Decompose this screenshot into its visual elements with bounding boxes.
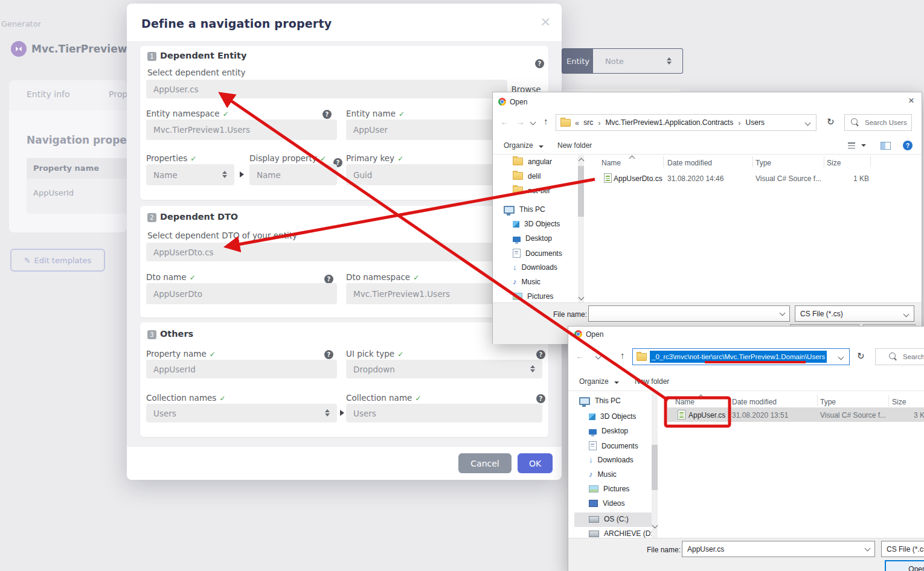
dependent-dto-file-field[interactable]: AppUserDto.cs: [146, 243, 507, 261]
sidebar-item-this-pc[interactable]: This PC: [595, 397, 621, 405]
dependent-entity-file-field[interactable]: AppUser.cs: [146, 80, 507, 98]
collection-name-field[interactable]: Users: [346, 404, 542, 423]
ui-pick-type-select[interactable]: Dropdown: [346, 360, 542, 378]
address-dropdown-icon[interactable]: [805, 120, 811, 126]
properties-select[interactable]: Name: [146, 164, 234, 185]
help-icon[interactable]: ?: [903, 141, 913, 150]
sidebar-item-documents[interactable]: Documents: [602, 442, 638, 450]
up-icon[interactable]: ↑: [544, 116, 548, 126]
sidebar-item-documents[interactable]: Documents: [525, 249, 562, 258]
entity-switch-label[interactable]: Entity: [562, 48, 594, 74]
column-divider: [888, 395, 889, 406]
file-row[interactable]: AppUserDto.cs 31.08.2020 14:46 Visual C#…: [589, 172, 919, 185]
desktop-icon: [589, 429, 597, 435]
property-name-field[interactable]: AppUserId: [146, 360, 337, 378]
tab-entity-info[interactable]: Entity info: [27, 89, 70, 99]
dropdown-icon: [539, 145, 544, 148]
new-folder-button[interactable]: New folder: [635, 377, 669, 386]
file-type-select[interactable]: CS File (*.cs): [795, 305, 914, 322]
sidebar-item-delil[interactable]: delil: [528, 172, 541, 180]
column-type[interactable]: Type: [820, 398, 836, 406]
search-box[interactable]: Search: [875, 348, 924, 365]
valid-check-icon: ✓: [219, 394, 225, 403]
section-dependent-dto: 2 Dependent DTO Select dependent DTO of …: [140, 206, 548, 317]
dto-name-field[interactable]: AppUserDto: [146, 283, 337, 304]
column-size[interactable]: Size: [827, 159, 841, 167]
breadcrumb-project[interactable]: Mvc.TierPreview1.Application.Contracts: [606, 118, 734, 127]
modal-close-icon[interactable]: ×: [540, 15, 551, 28]
sidebar-item-music[interactable]: Music: [522, 278, 541, 286]
back-icon[interactable]: ←: [576, 351, 585, 361]
view-dropdown-icon[interactable]: [861, 144, 866, 147]
forward-icon[interactable]: →: [516, 116, 525, 127]
close-icon[interactable]: ×: [908, 95, 914, 107]
address-dropdown-icon[interactable]: [838, 354, 844, 360]
sidebar-item-3d-objects[interactable]: 3D Objects: [524, 220, 560, 228]
archive-drive-icon: [589, 531, 599, 537]
back-icon[interactable]: ←: [500, 116, 509, 127]
scrollbar-thumb[interactable]: [652, 445, 658, 490]
entity-type-select[interactable]: Note: [593, 48, 683, 74]
help-icon[interactable]: ?: [536, 394, 545, 403]
view-list-icon[interactable]: [848, 142, 855, 148]
sidebar-item-desktop[interactable]: Desktop: [602, 427, 628, 435]
sidebar-item-not-tier[interactable]: not-tier: [528, 187, 550, 195]
address-bar[interactable]: « src › Mvc.TierPreview1.Application.Con…: [556, 114, 817, 131]
sidebar-item-music[interactable]: Music: [598, 470, 617, 479]
column-date-modified[interactable]: Date modified: [732, 398, 777, 406]
refresh-icon[interactable]: ↻: [827, 116, 835, 127]
up-icon[interactable]: ↑: [620, 350, 625, 360]
address-bar[interactable]: _0_rc3\mvc\not-tier\src\Mvc.TierPreview1…: [632, 348, 850, 365]
sidebar-item-videos[interactable]: Videos: [603, 499, 624, 508]
recent-locations-icon[interactable]: [595, 354, 602, 360]
recent-locations-icon[interactable]: [530, 120, 536, 126]
organize-menu[interactable]: Organize: [504, 141, 544, 150]
help-icon[interactable]: ?: [324, 275, 333, 284]
refresh-icon[interactable]: ↻: [857, 351, 865, 362]
cancel-button[interactable]: Cancel: [458, 453, 512, 473]
sort-ascending-icon: [698, 395, 704, 401]
file-row-selected[interactable]: AppUser.cs 31.08.2020 13:51 Visual C# So…: [667, 407, 924, 422]
breadcrumb-src[interactable]: src: [583, 118, 593, 127]
collection-names-select[interactable]: Users: [146, 404, 337, 423]
scrollbar-thumb[interactable]: [578, 166, 584, 217]
sidebar-item-pictures[interactable]: Pictures: [603, 485, 629, 493]
breadcrumb-users[interactable]: Users: [746, 118, 765, 127]
help-icon[interactable]: ?: [535, 59, 544, 68]
new-folder-button[interactable]: New folder: [557, 141, 592, 150]
help-icon[interactable]: ?: [536, 350, 545, 359]
sidebar-item-downloads[interactable]: Downloads: [598, 456, 634, 464]
file-name-input[interactable]: AppUser.cs: [682, 541, 875, 557]
file-name-input[interactable]: [588, 305, 790, 322]
sidebar-item-pictures[interactable]: Pictures: [527, 292, 553, 301]
open-button[interactable]: Open: [885, 560, 924, 571]
file-type-select[interactable]: CS File (*.cs): [881, 541, 924, 557]
entity-namespace-field[interactable]: Mvc.TierPreview1.Users: [146, 120, 337, 140]
documents-icon: [589, 441, 597, 450]
organize-menu[interactable]: Organize: [579, 377, 619, 386]
column-name[interactable]: Name: [602, 159, 621, 167]
search-box[interactable]: Search Users: [844, 114, 912, 131]
preview-pane-icon[interactable]: [881, 142, 891, 150]
ok-button[interactable]: OK: [518, 453, 553, 473]
search-icon: [889, 352, 896, 359]
address-selected-text[interactable]: _0_rc3\mvc\not-tier\src\Mvc.TierPreview1…: [650, 351, 827, 363]
column-date-modified[interactable]: Date modified: [667, 159, 712, 167]
display-property-field[interactable]: Name: [249, 164, 337, 185]
help-icon[interactable]: ?: [324, 350, 333, 359]
help-icon[interactable]: ?: [322, 110, 332, 119]
sidebar-item-desktop[interactable]: Desktop: [525, 234, 552, 243]
sidebar-item-angular[interactable]: angular: [528, 158, 552, 166]
collection-name-label: Collection name: [346, 393, 412, 403]
sidebar-item-3d-objects[interactable]: 3D Objects: [600, 412, 636, 421]
column-type[interactable]: Type: [756, 159, 771, 167]
column-size[interactable]: Size: [892, 398, 906, 406]
column-name[interactable]: Name: [675, 398, 695, 406]
edit-templates-button[interactable]: ✎ Edit templates: [10, 249, 105, 272]
column-divider: [870, 156, 871, 167]
sidebar-item-archive-d[interactable]: ARCHIEVE (D:): [604, 529, 655, 538]
sidebar-item-downloads[interactable]: Downloads: [522, 263, 557, 272]
sidebar-item-os-c[interactable]: OS (C:): [604, 515, 629, 523]
breadcrumb-prefix: «: [575, 118, 579, 127]
sidebar-item-this-pc[interactable]: This PC: [519, 205, 545, 214]
